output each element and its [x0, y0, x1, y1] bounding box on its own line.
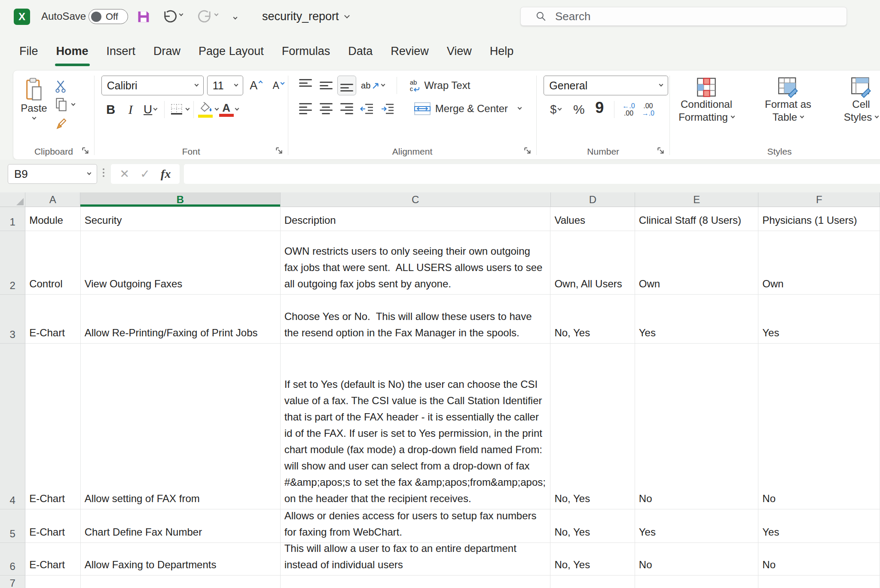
- cell-A2[interactable]: Control: [25, 231, 81, 295]
- cancel-button[interactable]: ✕: [120, 167, 130, 181]
- cell-B6[interactable]: Allow Faxing to Departments: [81, 543, 281, 576]
- comma-style-button[interactable]: 9: [590, 100, 609, 119]
- accounting-format-button[interactable]: $: [544, 100, 568, 119]
- cell-C4[interactable]: If set to Yes (default is No) the user c…: [281, 344, 551, 509]
- format-as-table-button[interactable]: Format as Table: [756, 76, 820, 144]
- number-format-select[interactable]: General: [544, 76, 668, 95]
- cell-A7[interactable]: [25, 576, 81, 588]
- copy-button[interactable]: [55, 97, 75, 112]
- cell-D4[interactable]: No, Yes: [550, 344, 635, 509]
- column-header-F[interactable]: F: [758, 192, 880, 207]
- row-header-4[interactable]: 4: [0, 344, 25, 509]
- cell-C1[interactable]: Description: [281, 207, 551, 231]
- cell-C7[interactable]: [281, 576, 551, 588]
- font-size-select[interactable]: 11: [207, 76, 243, 95]
- conditional-formatting-button[interactable]: Conditional Formatting: [670, 76, 743, 144]
- name-box[interactable]: B9: [8, 164, 97, 184]
- borders-button[interactable]: [169, 100, 189, 119]
- bottom-align-button[interactable]: [337, 76, 356, 95]
- cell-E6[interactable]: No: [635, 543, 759, 576]
- enter-button[interactable]: ✓: [140, 167, 150, 181]
- number-dialog-launcher-icon[interactable]: [657, 146, 665, 157]
- row-header-3[interactable]: 3: [0, 295, 25, 344]
- cell-B5[interactable]: Chart Define Fax Number: [81, 509, 281, 543]
- orientation-button[interactable]: ab: [358, 76, 388, 95]
- search-input[interactable]: Search: [520, 7, 847, 26]
- select-all-button[interactable]: [0, 192, 25, 207]
- cell-E5[interactable]: Yes: [635, 509, 759, 543]
- copy-dropdown-icon[interactable]: [71, 102, 76, 106]
- tab-review[interactable]: Review: [382, 32, 438, 70]
- tab-data[interactable]: Data: [339, 32, 382, 70]
- paste-button[interactable]: Paste: [13, 76, 55, 144]
- column-header-D[interactable]: D: [551, 192, 635, 207]
- decrease-font-size-button[interactable]: A: [269, 76, 288, 95]
- align-center-button[interactable]: [317, 99, 336, 119]
- tab-view[interactable]: View: [438, 32, 481, 70]
- cell-E2[interactable]: Own: [635, 231, 759, 295]
- underline-button[interactable]: U: [141, 100, 160, 119]
- cell-E1[interactable]: Clinical Staff (8 Users): [635, 207, 759, 231]
- column-header-E[interactable]: E: [635, 192, 758, 207]
- name-box-dropdown-icon[interactable]: [87, 171, 92, 175]
- cell-D2[interactable]: Own, All Users: [550, 231, 635, 295]
- cell-C3[interactable]: Choose Yes or No. This will allow these …: [281, 295, 551, 344]
- save-icon[interactable]: [136, 9, 151, 26]
- column-header-B[interactable]: B: [80, 192, 280, 207]
- fill-color-button[interactable]: [198, 100, 218, 119]
- percent-style-button[interactable]: %: [569, 100, 588, 119]
- cell-styles-button[interactable]: Cell Styles: [833, 76, 880, 144]
- column-header-A[interactable]: A: [25, 192, 80, 207]
- customize-quick-access-icon[interactable]: [232, 13, 240, 21]
- cell-E7[interactable]: [635, 576, 759, 588]
- bold-button[interactable]: B: [101, 100, 120, 119]
- formula-input[interactable]: [184, 164, 880, 184]
- cell-B4[interactable]: Allow setting of FAX from: [81, 344, 281, 509]
- tab-file[interactable]: File: [10, 32, 47, 70]
- alignment-dialog-launcher-icon[interactable]: [523, 146, 532, 157]
- cell-F7[interactable]: [758, 576, 880, 588]
- cell-F3[interactable]: Yes: [758, 295, 880, 344]
- column-header-C[interactable]: C: [281, 192, 551, 207]
- cell-D5[interactable]: No, Yes: [550, 509, 635, 543]
- increase-indent-button[interactable]: [379, 99, 397, 119]
- undo-dropdown-icon[interactable]: [179, 12, 183, 16]
- font-dialog-launcher-icon[interactable]: [275, 146, 284, 157]
- cell-A3[interactable]: E-Chart: [25, 295, 81, 344]
- cell-B7[interactable]: [81, 576, 281, 588]
- cell-F1[interactable]: Physicians (1 Users): [758, 207, 880, 231]
- merge-center-button[interactable]: Merge & Center: [409, 99, 526, 119]
- undo-icon[interactable]: [162, 9, 178, 27]
- tab-home[interactable]: Home: [47, 32, 98, 70]
- tab-draw[interactable]: Draw: [144, 32, 189, 70]
- cell-B1[interactable]: Security: [81, 207, 281, 231]
- cell-B2[interactable]: View Outgoing Faxes: [81, 231, 281, 295]
- align-left-button[interactable]: [296, 99, 315, 119]
- top-align-button[interactable]: [296, 76, 315, 95]
- cell-D7[interactable]: [550, 576, 635, 588]
- redo-dropdown-icon[interactable]: [214, 12, 219, 16]
- row-header-7[interactable]: 7: [0, 576, 25, 588]
- cell-D1[interactable]: Values: [550, 207, 635, 231]
- tab-help[interactable]: Help: [481, 32, 523, 70]
- decrease-decimal-button[interactable]: .00→.0: [639, 102, 657, 117]
- cell-A6[interactable]: E-Chart: [25, 543, 81, 576]
- redo-icon[interactable]: [197, 9, 213, 27]
- clipboard-dialog-launcher-icon[interactable]: [81, 146, 90, 157]
- wrap-text-button[interactable]: ab c Wrap Text: [406, 76, 475, 95]
- cell-B3[interactable]: Allow Re-Printing/Faxing of Print Jobs: [81, 295, 281, 344]
- cell-E4[interactable]: No: [635, 344, 759, 509]
- tab-formulas[interactable]: Formulas: [273, 32, 339, 70]
- row-header-1[interactable]: 1: [0, 207, 25, 231]
- autosave-toggle[interactable]: Off: [89, 9, 128, 24]
- row-header-5[interactable]: 5: [0, 509, 25, 543]
- row-header-6[interactable]: 6: [0, 543, 25, 576]
- middle-align-button[interactable]: [317, 76, 336, 95]
- increase-font-size-button[interactable]: A: [247, 76, 266, 95]
- cell-A1[interactable]: Module: [25, 207, 81, 231]
- insert-function-button[interactable]: fx: [161, 167, 171, 181]
- format-painter-button[interactable]: [55, 116, 75, 131]
- cell-C2[interactable]: OWN restricts users to only seeing their…: [281, 231, 551, 295]
- formula-bar-grip-icon[interactable]: [103, 168, 104, 177]
- document-title[interactable]: security_report: [262, 10, 349, 23]
